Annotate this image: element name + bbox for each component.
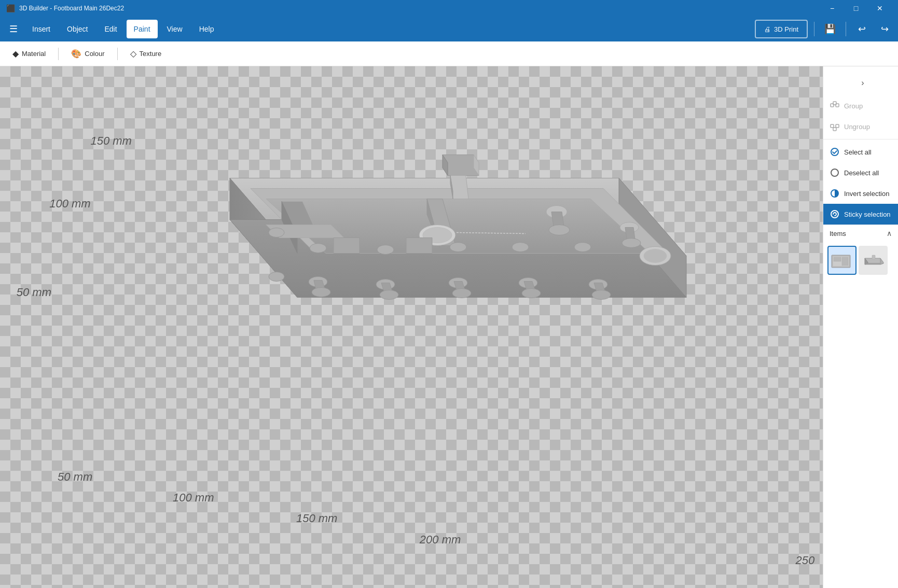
select-all-icon [830,147,840,157]
right-panel: › Group Ungroup [823,66,898,588]
save-icon: 💾 [824,23,836,35]
group-icon [830,101,840,111]
svg-point-34 [380,290,398,300]
svg-rect-63 [834,257,841,261]
sticky-selection-button[interactable]: Sticky selection [823,204,898,225]
maximize-button[interactable]: □ [844,0,868,17]
svg-point-24 [310,244,326,253]
hamburger-button[interactable]: ☰ [4,20,23,38]
svg-point-43 [592,290,611,300]
svg-point-18 [549,225,570,235]
divider [814,22,814,36]
invert-selection-button[interactable]: Invert selection [823,183,898,204]
items-header-label: Items [830,230,846,237]
svg-point-26 [450,243,466,252]
texture-icon: ◇ [130,49,136,59]
texture-label: Texture [140,50,162,58]
deselect-all-icon [830,167,840,178]
select-all-button[interactable]: Select all [823,142,898,162]
titlebar-controls: − □ ✕ [820,0,892,17]
ungroup-icon [830,121,840,132]
svg-marker-48 [334,238,360,254]
3d-board [126,152,697,541]
svg-rect-54 [831,124,834,128]
item-thumb-1[interactable] [827,246,856,275]
app-logo: ⬛ [6,4,15,12]
group-label: Group [844,102,863,110]
undo-button[interactable]: ↩ [852,20,871,38]
dim-150-top: 150 mm [90,134,131,148]
close-button[interactable]: ✕ [868,0,892,17]
3dprint-button[interactable]: 🖨 3D Print [755,20,808,38]
svg-point-27 [512,243,529,252]
svg-point-31 [312,288,330,297]
svg-point-45 [269,272,284,282]
menubar-right: 🖨 3D Print 💾 ↩ ↪ [755,20,894,38]
svg-point-37 [452,289,471,298]
minimize-button[interactable]: − [820,0,844,17]
printer-icon: 🖨 [764,25,771,33]
invert-selection-icon [830,188,840,199]
svg-point-60 [831,211,838,218]
svg-point-47 [644,249,667,263]
svg-point-40 [522,289,541,298]
material-label: Material [22,50,46,58]
titlebar-left: ⬛ 3D Builder - Footboard Main 26Dec22 [6,4,124,12]
menu-view[interactable]: View [160,20,190,38]
material-icon: ◆ [12,49,19,59]
divider2 [846,22,846,36]
menubar: ☰ Insert Object Edit Paint View Help 🖨 3… [0,17,898,41]
panel-collapse-button[interactable]: › [855,75,870,91]
invert-selection-label: Invert selection [844,190,889,198]
sticky-selection-label: Sticky selection [844,211,891,218]
app-title: 3D Builder - Footboard Main 26Dec22 [19,5,124,12]
menu-object[interactable]: Object [60,20,95,38]
svg-point-58 [831,169,838,176]
select-all-label: Select all [844,148,872,156]
viewport[interactable]: 150 mm 100 mm 50 mm 50 mm 100 mm 150 mm … [0,66,823,588]
svg-point-21 [622,239,641,248]
svg-point-25 [377,245,394,255]
items-collapse-button[interactable]: ∧ [887,229,892,237]
items-header: Items ∧ [823,225,898,242]
toolbar-divider-2 [117,48,118,60]
colour-label: Colour [85,50,104,58]
sticky-selection-icon [830,209,840,219]
toolbar-divider-1 [58,48,59,60]
redo-button[interactable]: ↪ [875,20,894,38]
dim-100-left: 100 mm [49,197,90,211]
menu-paint[interactable]: Paint [127,20,158,38]
svg-marker-68 [880,258,883,264]
panel-header: › [823,66,898,95]
dim-50-bottom: 50 mm [58,470,92,484]
svg-rect-55 [836,124,839,128]
svg-rect-69 [872,255,875,259]
items-grid [823,242,898,279]
material-tool[interactable]: ◆ Material [8,47,50,61]
colour-tool[interactable]: 🎨 Colour [67,47,108,61]
deselect-all-label: Deselect all [844,169,879,177]
svg-rect-56 [833,128,836,131]
ungroup-label: Ungroup [844,123,870,131]
divider-1 [823,139,898,139]
texture-tool[interactable]: ◇ Texture [126,47,166,61]
menu-edit[interactable]: Edit [97,20,124,38]
save-button[interactable]: 💾 [821,20,839,38]
svg-point-57 [831,148,838,156]
svg-point-28 [574,243,591,252]
colour-icon: 🎨 [71,49,81,59]
dim-50-left: 50 mm [17,286,51,299]
dim-250-bottom: 250 [795,554,814,567]
deselect-all-button[interactable]: Deselect all [823,162,898,183]
svg-marker-49 [406,238,432,254]
group-button[interactable]: Group [823,95,898,116]
ungroup-button[interactable]: Ungroup [823,116,898,137]
svg-rect-64 [842,257,848,265]
titlebar: ⬛ 3D Builder - Footboard Main 26Dec22 − … [0,0,898,17]
svg-point-44 [269,228,284,237]
item-thumb-2[interactable] [859,246,888,275]
menu-insert[interactable]: Insert [25,20,58,38]
main: 150 mm 100 mm 50 mm 50 mm 100 mm 150 mm … [0,66,898,588]
toolbar: ◆ Material 🎨 Colour ◇ Texture [0,41,898,66]
menu-help[interactable]: Help [192,20,222,38]
